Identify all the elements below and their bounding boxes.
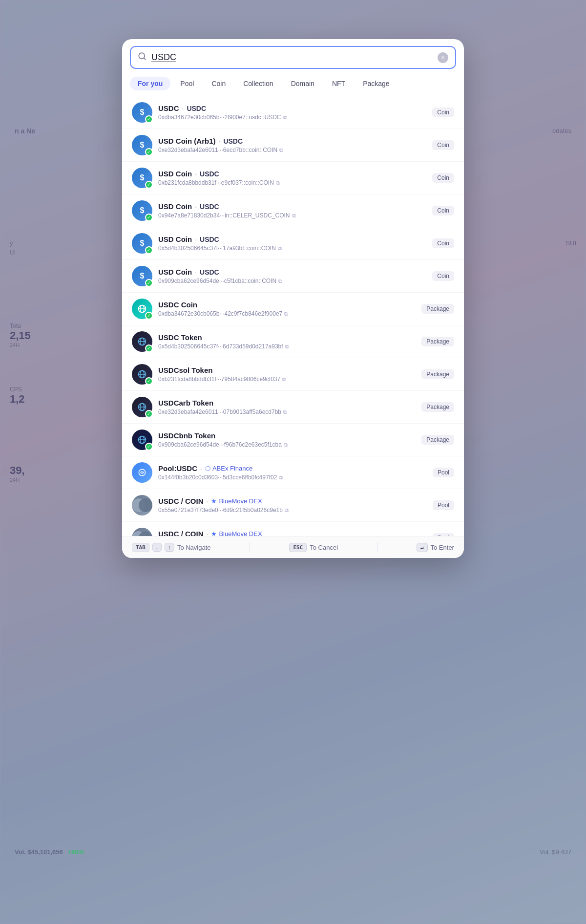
tab-coin[interactable]: Coin xyxy=(204,77,233,90)
esc-key: ESC xyxy=(289,543,307,552)
result-info: USDC / COIN · ★ BlueMove DEX 0x5246e9dbf… xyxy=(158,530,427,536)
result-item[interactable]: $ ✓ USD Coin (Arb1) · USDC 0xe32d3ebafa4… xyxy=(122,129,464,162)
copy-icon[interactable]: ⧉ xyxy=(285,507,289,514)
result-item[interactable]: Pool:USDC · ⬡ ABEx Finance 0x144f0b3b20c… xyxy=(122,456,464,489)
result-item[interactable]: $ ✓ USD Coin · USDC 0x94e7a8e71830d2b34·… xyxy=(122,194,464,227)
tab-nft[interactable]: NFT xyxy=(324,77,353,90)
copy-icon[interactable]: ⧉ xyxy=(279,147,283,153)
result-name: USD Coin xyxy=(158,170,192,178)
result-address: 0x5d4b302506645c37f···6d733d59d0d217a93b… xyxy=(158,343,416,350)
copy-icon[interactable]: ⧉ xyxy=(284,442,288,448)
copy-icon[interactable]: ⧉ xyxy=(278,245,282,252)
result-name: USDC / COIN xyxy=(158,530,204,536)
result-address: 0xdba34672e30cb065b···2f900e7::usdc::USD… xyxy=(158,114,426,121)
copy-icon[interactable]: ⧉ xyxy=(276,180,280,186)
cancel-shortcut: ESC To Cancel xyxy=(289,543,338,552)
result-name: USDCbnb Token xyxy=(158,431,215,440)
result-name-row: USDC Token xyxy=(158,333,416,342)
bg-vol1: Vol. $45,101,656 +98% xyxy=(15,848,84,856)
pool-dex-icon xyxy=(132,528,152,536)
bg-cps: CPS 1,2 xyxy=(10,386,25,406)
enter-key: ↵ xyxy=(417,543,428,552)
up-key: ↑ xyxy=(165,543,174,552)
search-modal: × For you Pool Coin Collection Domain NF… xyxy=(122,39,464,558)
result-name: USD Coin (Arb1) xyxy=(158,137,216,145)
bg-text-ne: n a Ne xyxy=(15,127,35,135)
result-item[interactable]: $ ✓ USD Coin · USDC 0x909cba62ce96d54de·… xyxy=(122,260,464,293)
result-address: 0x55e0721e37f73ede0···6d9c21f5b0a026c9e1… xyxy=(158,507,427,514)
result-name: USDCsol Token xyxy=(158,366,212,374)
verified-badge: ✓ xyxy=(145,181,153,189)
result-info: USDCbnb Token 0x909cba62ce96d54de···f96b… xyxy=(158,431,416,448)
tab-pool[interactable]: Pool xyxy=(172,77,202,90)
result-item[interactable]: $ ✓ USD Coin · USDC 0x5d4b302506645c37f·… xyxy=(122,227,464,260)
result-item[interactable]: ✓ USDCarb Token 0xe32d3ebafa42e6011···07… xyxy=(122,391,464,424)
result-icon: $ ✓ xyxy=(132,266,152,286)
result-address: 0xb231fcda8bbddb31f···e9cf037::coin::COI… xyxy=(158,179,426,186)
result-item[interactable]: USDC / COIN · ★ BlueMove DEX 0x55e0721e3… xyxy=(122,489,464,522)
result-type-badge: Package xyxy=(421,304,454,314)
result-name: USDC / COIN xyxy=(158,497,204,505)
result-info: USDCarb Token 0xe32d3ebafa42e6011···07b9… xyxy=(158,399,416,415)
result-type-badge: Package xyxy=(421,435,454,445)
pool-dex-icon xyxy=(132,495,152,516)
result-address: 0x144f0b3b20c0d3603···5d3cce6ffb0fc497f0… xyxy=(158,474,427,481)
result-type-badge: Coin xyxy=(432,271,454,281)
provider-badge: ★ BlueMove DEX xyxy=(211,530,262,536)
results-list: $ ✓ USDC · USDC 0xdba34672e30cb065b···2f… xyxy=(122,96,464,536)
search-clear-button[interactable]: × xyxy=(438,52,448,63)
result-name: USDC xyxy=(158,104,179,112)
result-item[interactable]: $ ✓ USDC · USDC 0xdba34672e30cb065b···2f… xyxy=(122,96,464,129)
enter-action-label: To Enter xyxy=(431,544,454,551)
result-info: USD Coin (Arb1) · USDC 0xe32d3ebafa42e60… xyxy=(158,137,426,153)
copy-icon[interactable]: ⧉ xyxy=(283,409,287,415)
result-item[interactable]: $ ✓ USD Coin · USDC 0xb231fcda8bbddb31f·… xyxy=(122,162,464,194)
down-key: ↓ xyxy=(152,543,162,552)
result-info: USD Coin · USDC 0x909cba62ce96d54de···c5… xyxy=(158,268,426,284)
result-name-row: Pool:USDC · ⬡ ABEx Finance xyxy=(158,464,427,473)
copy-icon[interactable]: ⧉ xyxy=(278,278,282,284)
result-address: 0xdba34672e30cb065b···42c9f7cb846e2f900e… xyxy=(158,310,416,317)
search-icon xyxy=(138,52,146,63)
result-info: USDC · USDC 0xdba34672e30cb065b···2f900e… xyxy=(158,104,426,121)
copy-icon[interactable]: ⧉ xyxy=(284,311,288,317)
verified-badge: ✓ xyxy=(145,115,153,123)
result-name-row: USDC / COIN · ★ BlueMove DEX xyxy=(158,530,427,536)
result-name: USD Coin xyxy=(158,202,192,211)
result-item[interactable]: ✓ USDCsol Token 0xb231fcda8bbddb31f···79… xyxy=(122,358,464,391)
tab-domain[interactable]: Domain xyxy=(283,77,322,90)
result-name: USD Coin xyxy=(158,268,192,276)
result-info: USDC Token 0x5d4b302506645c37f···6d733d5… xyxy=(158,333,416,350)
result-info: USD Coin · USDC 0x5d4b302506645c37f···17… xyxy=(158,235,426,252)
tab-bar: For you Pool Coin Collection Domain NFT … xyxy=(122,75,464,96)
copy-icon[interactable]: ⧉ xyxy=(292,213,296,219)
svg-line-1 xyxy=(144,58,145,59)
pool-icon xyxy=(132,462,152,483)
search-input[interactable] xyxy=(151,52,433,63)
tab-package[interactable]: Package xyxy=(355,77,397,90)
result-address: 0xb231fcda8bbddb31f···79584ac9806ce9cf03… xyxy=(158,376,416,383)
copy-icon[interactable]: ⧉ xyxy=(283,114,287,121)
copy-icon[interactable]: ⧉ xyxy=(279,474,283,481)
navigate-label: To Navigate xyxy=(177,544,211,551)
bg-total-label: Tota 2,15 24H xyxy=(10,322,31,348)
result-item[interactable]: USDC / COIN · ★ BlueMove DEX 0x5246e9dbf… xyxy=(122,522,464,536)
result-type-badge: Coin xyxy=(432,206,454,215)
result-type-badge: Package xyxy=(421,369,454,379)
bg-text-y: y xyxy=(10,239,13,247)
tab-for-you[interactable]: For you xyxy=(130,77,170,90)
result-name-row: USD Coin · USDC xyxy=(158,235,426,243)
bg-text-sui: SUI xyxy=(565,239,576,247)
result-icon xyxy=(132,495,152,516)
result-item[interactable]: ✓ USDCbnb Token 0x909cba62ce96d54de···f9… xyxy=(122,424,464,456)
cancel-label: To Cancel xyxy=(310,544,338,551)
copy-icon[interactable]: ⧉ xyxy=(285,344,289,350)
result-ticker: USDC xyxy=(200,203,219,211)
result-ticker: USDC xyxy=(200,236,219,243)
result-item[interactable]: ✓ USDC Coin 0xdba34672e30cb065b···42c9f7… xyxy=(122,293,464,325)
svg-point-17 xyxy=(139,469,145,475)
tab-collection[interactable]: Collection xyxy=(235,77,281,90)
copy-icon[interactable]: ⧉ xyxy=(282,376,286,383)
result-item[interactable]: ✓ USDC Token 0x5d4b302506645c37f···6d733… xyxy=(122,325,464,358)
result-ticker: USDC xyxy=(223,137,243,145)
